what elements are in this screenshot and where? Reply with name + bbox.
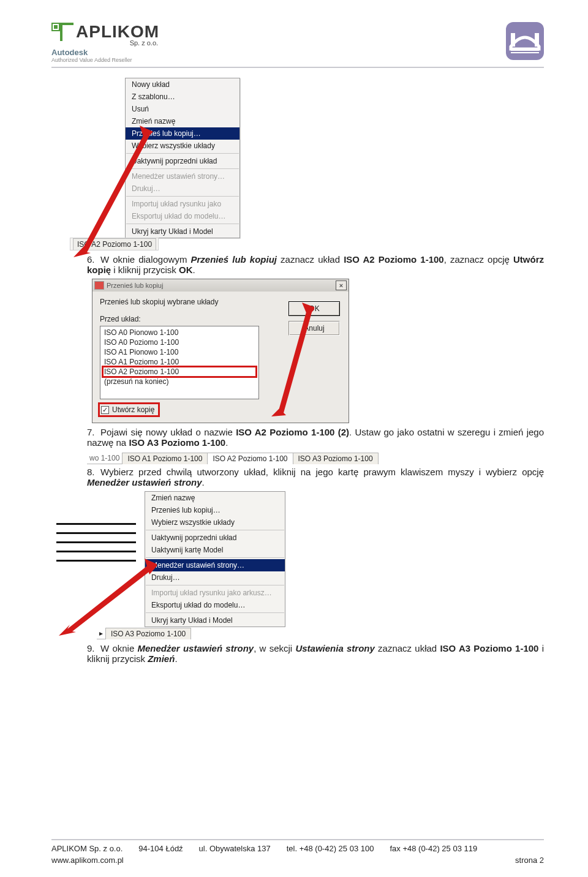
menu-item-disabled: Drukuj… bbox=[126, 183, 239, 195]
move-or-copy-dialog: Przenieś lub kopiuj × Przenieś lub skopi… bbox=[92, 279, 349, 423]
menu-item-disabled: Menedżer ustawień strony… bbox=[126, 170, 239, 183]
context-menu-2: Zmień nazwę Przenieś lub kopiuj… Wybierz… bbox=[145, 491, 285, 627]
cancel-button[interactable]: Anuluj bbox=[288, 321, 340, 336]
step-6: 6.W oknie dialogowym Przenieś lub kopiuj… bbox=[87, 254, 544, 275]
menu-item[interactable]: Wybierz wszystkie układy bbox=[126, 140, 239, 152]
ok-button[interactable]: OK bbox=[288, 301, 340, 316]
step-7: 7.Pojawi się nowy układ o nazwie ISO A2 … bbox=[87, 427, 544, 448]
layout-tab[interactable]: ISO A3 Poziomo 1-100 bbox=[293, 453, 379, 464]
checkbox-checked-icon[interactable]: ✓ bbox=[101, 406, 109, 414]
menu-item[interactable]: Drukuj… bbox=[145, 571, 285, 584]
menu-item-disabled: Importuj układ rysunku jako arkusz… bbox=[145, 587, 285, 599]
menu-item[interactable]: Ukryj karty Układ i Model bbox=[145, 614, 285, 627]
list-item-highlighted[interactable]: ISO A2 Poziomo 1-100 bbox=[103, 367, 256, 377]
autodesk-label: Autodesk bbox=[51, 48, 159, 57]
menu-item[interactable]: Przenieś lub kopiuj… bbox=[145, 504, 285, 516]
tab-fragment: wo 1-100 bbox=[87, 453, 122, 464]
svg-rect-4 bbox=[60, 23, 62, 41]
dialog-app-icon bbox=[94, 281, 104, 290]
checkbox-label: Utwórz kopię bbox=[112, 405, 154, 414]
menu-item[interactable]: Nowy układ bbox=[126, 78, 239, 91]
header: APLIKOM Sp. z o.o. Autodesk Authorized V… bbox=[51, 22, 544, 63]
menu-item[interactable]: Wybierz wszystkie układy bbox=[145, 516, 285, 529]
menu-item[interactable]: Uaktywnij poprzedni układ bbox=[126, 155, 239, 167]
bridge-badge-icon bbox=[506, 22, 544, 60]
menu-item-highlighted[interactable]: Przenieś lub kopiuj… bbox=[126, 127, 239, 140]
list-item[interactable]: ISO A1 Pionowo 1-100 bbox=[103, 347, 256, 357]
create-copy-checkbox-row[interactable]: ✓ Utwórz kopię bbox=[100, 404, 158, 415]
layout-tab-active[interactable]: ISO A2 Poziomo 1-100 bbox=[207, 453, 293, 464]
menu-item[interactable]: Ukryj karty Układ i Model bbox=[126, 225, 239, 238]
svg-rect-7 bbox=[511, 52, 539, 53]
menu-item[interactable]: Zmień nazwę bbox=[145, 492, 285, 504]
step-8: 8.Wybierz przed chwilą utworzony układ, … bbox=[87, 467, 544, 487]
list-item[interactable]: ISO A0 Poziomo 1-100 bbox=[103, 337, 256, 347]
layout-tab[interactable]: ISO A2 Poziomo 1-100 bbox=[73, 238, 156, 250]
aplikom-logo: APLIKOM Sp. z o.o. Autodesk Authorized V… bbox=[51, 22, 159, 63]
menu-item-highlighted[interactable]: Menedżer ustawień strony… bbox=[145, 559, 285, 571]
list-item[interactable]: (przesuń na koniec) bbox=[103, 377, 256, 386]
menu-item[interactable]: Usuń bbox=[126, 103, 239, 115]
drawing-lines-decoration bbox=[56, 523, 136, 579]
autodesk-sub: Authorized Value Added Reseller bbox=[51, 57, 159, 63]
menu-item[interactable]: Uaktywnij kartę Model bbox=[145, 544, 285, 556]
svg-rect-9 bbox=[535, 33, 539, 47]
menu-item[interactable]: Uaktywnij poprzedni układ bbox=[145, 532, 285, 544]
layout-tab-strip: ISO A2 Poziomo 1-100 bbox=[70, 238, 159, 250]
menu-item[interactable]: Zmień nazwę bbox=[126, 115, 239, 127]
list-item[interactable]: ISO A0 Pionowo 1-100 bbox=[103, 328, 256, 337]
menu-item[interactable]: Z szablonu… bbox=[126, 91, 239, 103]
menu-item[interactable]: Eksportuj układ do modelu… bbox=[145, 599, 285, 611]
layout-listbox[interactable]: ISO A0 Pionowo 1-100 ISO A0 Poziomo 1-10… bbox=[100, 326, 259, 399]
aplikom-mark-icon bbox=[51, 23, 74, 41]
footer-city: 94-104 Łódź bbox=[138, 844, 183, 853]
svg-rect-2 bbox=[54, 25, 58, 29]
footer-fax: fax +48 (0-42) 25 03 119 bbox=[390, 844, 477, 853]
logo-subtitle: Sp. z o.o. bbox=[51, 39, 158, 47]
menu-item-disabled: Eksportuj układ do modelu… bbox=[126, 210, 239, 222]
footer-page: strona 2 bbox=[515, 856, 588, 865]
layout-tab-strip: ▸ ISO A3 Poziomo 1-100 bbox=[97, 628, 191, 639]
context-menu-1: Nowy układ Z szablonu… Usuń Zmień nazwę … bbox=[125, 78, 240, 238]
tab-chevron-icon: ▸ bbox=[97, 628, 105, 639]
page-footer: APLIKOM Sp. z o.o. 94-104 Łódź ul. Obywa… bbox=[51, 839, 588, 865]
footer-company: APLIKOM Sp. z o.o. bbox=[51, 844, 123, 853]
footer-street: ul. Obywatelska 137 bbox=[199, 844, 271, 853]
footer-tel: tel. +48 (0-42) 25 03 100 bbox=[287, 844, 374, 853]
close-button[interactable]: × bbox=[336, 280, 347, 290]
step-9: 9.W oknie Menedżer ustawień strony, w se… bbox=[87, 643, 544, 664]
layout-tab-strip: wo 1-100 ISO A1 Poziomo 1-100 ISO A2 Poz… bbox=[87, 453, 378, 464]
dialog-title: Przenieś lub kopiuj bbox=[107, 282, 336, 289]
footer-web: www.aplikom.com.pl bbox=[51, 856, 124, 865]
layout-tab[interactable]: ISO A1 Poziomo 1-100 bbox=[122, 453, 208, 464]
layout-tab[interactable]: ISO A3 Poziomo 1-100 bbox=[105, 628, 191, 639]
header-rule bbox=[51, 67, 544, 68]
menu-item-disabled: Importuj układ rysunku jako bbox=[126, 198, 239, 210]
list-item[interactable]: ISO A1 Poziomo 1-100 bbox=[103, 357, 256, 367]
svg-rect-8 bbox=[511, 33, 515, 47]
